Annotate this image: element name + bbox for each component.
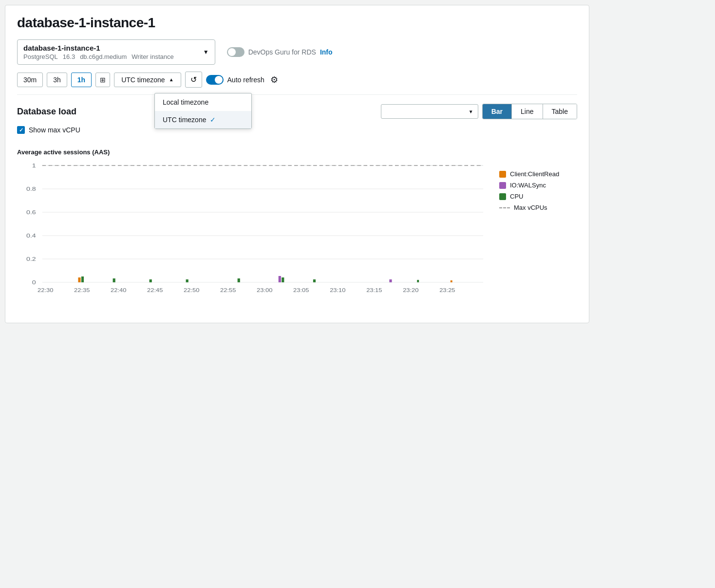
time-btn-30m[interactable]: 30m [17, 73, 43, 87]
check-icon: ✓ [210, 116, 216, 124]
devops-guru-toggle[interactable] [227, 47, 245, 57]
devops-guru-label: DevOps Guru for RDS [248, 48, 316, 56]
legend-color-walsync [499, 182, 506, 189]
tz-option-utc-label: UTC timezone [163, 116, 206, 124]
legend-item-walsync: IO:WALSync [499, 182, 577, 189]
legend-color-cpu [499, 193, 506, 200]
settings-button[interactable]: ⚙ [268, 73, 280, 87]
instance-selector-text: database-1-instance-1 PostgreSQL 16.3 db… [23, 44, 174, 60]
svg-rect-30 [238, 278, 240, 282]
db-load-title: Database load [17, 107, 76, 117]
db-load-section: Database load Bar Line Table Show max vC… [17, 104, 577, 313]
legend-item-clientread: Client:ClientRead [499, 170, 577, 178]
show-max-vcpu-checkbox[interactable] [17, 126, 25, 134]
svg-text:23:20: 23:20 [403, 288, 418, 293]
svg-text:22:50: 22:50 [184, 288, 199, 293]
legend-dashed-maxvcpu [499, 207, 510, 208]
instance-type: db.c6gd.medium [80, 53, 127, 60]
version: 16.3 [63, 53, 75, 60]
view-buttons: Bar Line Table [482, 104, 577, 119]
engine: PostgreSQL [23, 53, 58, 60]
view-btn-line[interactable]: Line [512, 104, 543, 119]
legend-label-walsync: IO:WALSync [510, 182, 546, 189]
svg-rect-34 [389, 279, 392, 282]
timezone-arrow-icon: ▲ [169, 77, 174, 82]
legend-item-maxvcpu: Max vCPUs [499, 204, 577, 211]
instance-name: database-1-instance-1 [23, 44, 174, 52]
svg-rect-28 [150, 279, 152, 282]
svg-text:22:35: 22:35 [74, 288, 90, 293]
gear-icon: ⚙ [270, 75, 278, 85]
page-title: database-1-instance-1 [17, 15, 577, 31]
db-load-controls: Bar Line Table [381, 104, 577, 119]
legend-color-clientread [499, 171, 506, 178]
svg-text:0.2: 0.2 [26, 256, 36, 262]
legend-item-cpu: CPU [499, 193, 577, 200]
svg-text:23:05: 23:05 [293, 288, 309, 293]
time-btn-3h[interactable]: 3h [47, 73, 67, 87]
page-wrapper: database-1-instance-1 database-1-instanc… [5, 5, 589, 323]
chart-legend: Client:ClientRead IO:WALSync CPU Max vCP… [499, 161, 577, 308]
tz-option-local[interactable]: Local timezone [155, 93, 251, 111]
auto-refresh-toggle[interactable] [206, 75, 224, 85]
chart-area: 1 0.8 0.6 0.4 0.2 0 [17, 161, 577, 308]
dropdown-arrow-icon: ▼ [203, 49, 209, 55]
svg-text:0.6: 0.6 [26, 209, 36, 216]
refresh-icon: ↺ [190, 75, 197, 84]
view-btn-bar[interactable]: Bar [483, 104, 512, 119]
svg-rect-26 [81, 276, 84, 282]
chart-svg: 1 0.8 0.6 0.4 0.2 0 [17, 161, 489, 307]
svg-text:22:30: 22:30 [38, 288, 53, 293]
chart-graph: 1 0.8 0.6 0.4 0.2 0 [17, 161, 489, 308]
time-btn-1h[interactable]: 1h [71, 73, 92, 87]
legend-label-cpu: CPU [510, 193, 523, 200]
instance-row: database-1-instance-1 PostgreSQL 16.3 db… [17, 39, 577, 65]
instance-meta: PostgreSQL 16.3 db.c6gd.medium Writer in… [23, 53, 174, 60]
view-btn-table[interactable]: Table [543, 104, 577, 119]
svg-rect-35 [417, 280, 419, 282]
svg-rect-33 [313, 279, 316, 282]
svg-rect-31 [279, 276, 281, 282]
svg-text:0.8: 0.8 [26, 186, 36, 192]
timezone-button[interactable]: UTC timezone ▲ [114, 73, 181, 87]
show-max-vcpu-label: Show max vCPU [29, 126, 80, 134]
svg-text:23:00: 23:00 [257, 288, 272, 293]
tz-option-local-label: Local timezone [163, 98, 208, 106]
svg-rect-36 [451, 280, 452, 282]
svg-rect-25 [78, 277, 80, 282]
info-link[interactable]: Info [320, 48, 333, 56]
devops-guru-row: DevOps Guru for RDS Info [227, 47, 333, 57]
svg-text:0: 0 [32, 279, 36, 286]
svg-text:0.4: 0.4 [26, 233, 36, 239]
tz-option-utc[interactable]: UTC timezone ✓ [155, 111, 251, 129]
svg-rect-27 [113, 278, 115, 282]
refresh-button[interactable]: ↺ [185, 72, 202, 88]
svg-text:22:45: 22:45 [147, 288, 163, 293]
svg-text:1: 1 [32, 163, 36, 169]
svg-rect-32 [282, 277, 284, 282]
role: Writer instance [132, 53, 173, 60]
svg-text:22:40: 22:40 [111, 288, 126, 293]
timezone-label: UTC timezone [121, 76, 165, 84]
svg-text:22:55: 22:55 [220, 288, 236, 293]
svg-text:23:25: 23:25 [439, 288, 455, 293]
chart-container: Average active sessions (AAS) 1 0.8 0.6 … [17, 144, 577, 313]
calendar-icon: ⊞ [100, 76, 106, 84]
controls-row: 30m 3h 1h ⊞ UTC timezone ▲ Local timezon… [17, 72, 577, 95]
auto-refresh-label: Auto refresh [227, 76, 264, 84]
timezone-dropdown: Local timezone UTC timezone ✓ [154, 93, 252, 129]
legend-label-maxvcpu: Max vCPUs [514, 204, 547, 211]
db-load-selector[interactable] [381, 104, 478, 119]
svg-text:23:10: 23:10 [330, 288, 345, 293]
calendar-button[interactable]: ⊞ [95, 73, 110, 87]
instance-selector[interactable]: database-1-instance-1 PostgreSQL 16.3 db… [17, 39, 215, 65]
legend-label-clientread: Client:ClientRead [510, 170, 559, 178]
show-max-row: Show max vCPU [17, 126, 577, 134]
chart-title: Average active sessions (AAS) [17, 148, 577, 156]
svg-text:23:15: 23:15 [366, 288, 382, 293]
db-load-select-wrapper [381, 104, 478, 119]
svg-rect-29 [186, 279, 188, 282]
db-load-header: Database load Bar Line Table [17, 104, 577, 119]
